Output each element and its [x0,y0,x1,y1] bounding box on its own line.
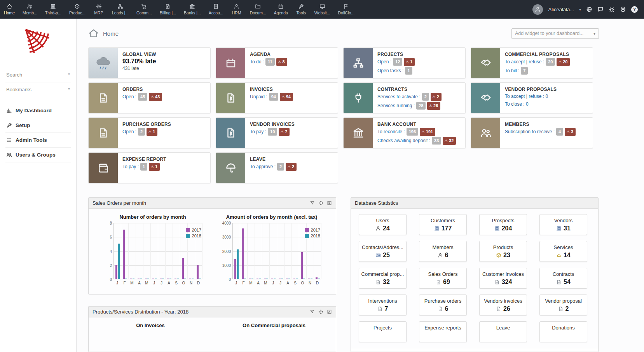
stat-card-services[interactable]: Services14 [539,241,587,262]
widget-link[interactable]: Open : [377,59,391,64]
nav-item-dolicloud[interactable]: DoliClo... [334,0,359,19]
bookmarks-dropdown[interactable]: Bookmarks ▾ [5,82,71,97]
commercial-proposals-tile[interactable] [471,48,500,78]
home-icon[interactable] [88,28,99,39]
widget-title[interactable]: CONTRACTS [377,87,442,92]
bug-icon[interactable] [609,6,615,12]
widget-link[interactable]: To bill : [505,68,519,73]
stat-card-interventions[interactable]: Interventions7 [359,294,407,315]
nav-item-mrp[interactable]: MRP [89,0,108,19]
widget-link[interactable]: To approve : [250,164,276,169]
contracts-tile[interactable] [344,83,373,113]
widget-title[interactable]: PROJECTS [377,52,415,57]
widget-link[interactable]: To do : [250,59,264,64]
widget-link[interactable]: Open tasks : [377,68,403,73]
widget-link[interactable]: Services running : [377,103,415,108]
add-widget-dropdown[interactable]: Add widget to your dashboard... ▾ [511,28,599,39]
widget-title[interactable]: MEMBERS [505,122,576,127]
print-icon[interactable] [620,6,626,12]
widget-link[interactable]: To reconcile : [377,129,405,134]
nav-item-documents[interactable]: Docum... [246,0,270,19]
nav-item-agenda[interactable]: Agenda [270,0,292,19]
agenda-tile[interactable] [216,48,245,78]
orders-tile[interactable] [89,83,118,113]
close-icon[interactable] [327,309,332,314]
widget-title[interactable]: LEAVE [250,157,297,162]
stat-card-donations[interactable]: Donations [539,321,587,342]
stat-card-expense-reports[interactable]: Expense reports [419,321,467,342]
filter-icon[interactable] [310,200,315,206]
widget-link[interactable]: Open : [122,129,136,134]
vendor-invoices-tile[interactable] [216,118,245,148]
widget-link[interactable]: To close : 0 [505,101,529,107]
nav-item-products[interactable]: Produc... [65,0,89,19]
nav-item-banks[interactable]: Banks |... [180,0,205,19]
widget-title[interactable]: EXPENSE REPORT [122,157,166,162]
help-icon[interactable]: ? [631,6,638,13]
widget-title[interactable]: VENDOR PROPOSALS [505,87,557,92]
stat-card-leave[interactable]: Leave [479,321,527,342]
nav-item-third-parties[interactable]: Third-p... [41,0,65,19]
stat-card-projects[interactable]: Projects [359,321,407,342]
sidebar-item-admin-tools[interactable]: Admin Tools [5,133,71,148]
leave-tile[interactable] [216,153,245,183]
widget-title[interactable]: INVOICES [250,87,293,92]
widget-title[interactable]: AGENDA [250,52,287,57]
widget-link[interactable]: To pay : [250,129,266,134]
global-view-tile[interactable] [89,48,118,78]
stat-card-contacts[interactable]: Contacts/Addres...25 [359,241,407,262]
invoices-tile[interactable] [216,83,245,113]
stat-card-prospects[interactable]: Prospects204 [479,214,527,235]
widget-link[interactable]: Subscription to receive : [505,129,555,134]
expense-report-tile[interactable] [89,153,118,183]
nav-item-tools[interactable]: Tools [292,0,311,19]
widget-link[interactable]: Unpaid : [250,94,267,99]
stat-card-sales-orders[interactable]: Sales Orders69 [419,268,467,289]
stat-card-vendor-proposal[interactable]: Vendor proposal2 [539,294,587,315]
search-dropdown[interactable]: Search ▾ [5,68,71,82]
stat-card-users[interactable]: Users24 [359,214,407,235]
vendor-proposals-tile[interactable] [471,83,500,113]
widget-title[interactable]: PURCHASE ORDERS [122,122,171,127]
widget-title[interactable]: ORDERS [122,87,162,92]
nav-item-commerce[interactable]: Comm... [133,0,156,19]
projects-tile[interactable] [344,48,373,78]
nav-item-accounting[interactable]: Accou... [205,0,227,19]
stat-card-customers[interactable]: Customers177 [419,214,467,235]
widget-title[interactable]: COMMERCIAL PROPOSALS [505,52,570,57]
purchase-orders-tile[interactable] [89,118,118,148]
sidebar-item-my-dashboard[interactable]: My Dashboard [5,103,71,118]
nav-item-home[interactable]: Home [0,0,19,19]
stat-card-vendors-invoices[interactable]: Vendors invoices26 [479,294,527,315]
members-tile[interactable] [471,118,500,148]
widget-link[interactable]: To accept | refuse : [505,59,544,64]
stat-card-vendors[interactable]: Vendors31 [539,214,587,235]
widget-title[interactable]: GLOBAL VIEW [122,52,156,57]
globe-icon[interactable] [586,6,592,12]
filter-icon[interactable] [310,309,315,314]
nav-item-hrm[interactable]: HRM [227,0,246,19]
widget-link[interactable]: To pay : [122,164,139,169]
move-icon[interactable] [318,309,323,314]
chat-icon[interactable] [597,6,604,12]
stat-card-products[interactable]: Products23 [479,241,527,262]
sidebar-item-users-groups[interactable]: Users & Groups [5,148,71,162]
stat-card-members[interactable]: Members6 [419,241,467,262]
user-menu[interactable]: Alicealala... [548,7,574,12]
stat-card-commercial-proposals[interactable]: Commercial prop...32 [359,268,407,289]
move-icon[interactable] [318,200,323,206]
widget-link[interactable]: Checks awaiting deposit : [377,138,430,143]
close-icon[interactable] [327,200,332,206]
widget-title[interactable]: VENDOR INVOICES [250,122,295,127]
stat-card-customer-invoices[interactable]: Customer invoices324 [479,268,527,289]
nav-item-billing[interactable]: Billing |... [156,0,180,19]
widget-link[interactable]: To accept | refuse : 0 [505,94,548,99]
sidebar-item-setup[interactable]: Setup [5,118,71,133]
widget-link[interactable]: Open : [122,94,136,99]
widget-title[interactable]: BANK ACCOUNT [377,122,456,127]
widget-link[interactable]: Services to activate : [377,94,421,99]
nav-item-website[interactable]: Websit... [311,0,334,19]
stat-card-contracts[interactable]: Contracts54 [539,268,587,289]
user-avatar[interactable] [532,4,543,15]
bank-account-tile[interactable] [344,118,373,148]
